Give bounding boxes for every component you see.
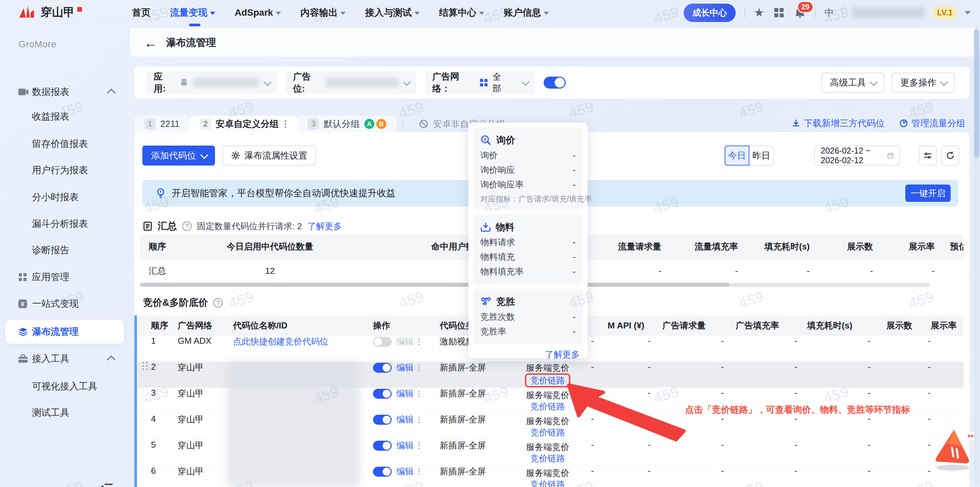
date-range-picker[interactable]: 2026-02-12 ~ 2026-02-12 xyxy=(814,146,900,165)
divider xyxy=(745,7,745,18)
bid-chain-link[interactable]: 竞价链路 xyxy=(530,453,565,464)
back-arrow-icon[interactable]: ← xyxy=(144,36,158,50)
ad-unit-select[interactable]: 广告位: xyxy=(286,71,416,94)
sidebar-item-integration-tools[interactable]: 接入工具 xyxy=(0,349,130,368)
yesterday-button[interactable]: 昨日 xyxy=(749,146,774,165)
row-more-icon[interactable] xyxy=(418,468,420,475)
row-toggle[interactable] xyxy=(373,337,392,347)
sidebar-item-funnel-report[interactable]: 漏斗分析报表 xyxy=(0,214,130,233)
add-code-slot-button[interactable]: 添加代码位 xyxy=(142,146,215,165)
edit-link[interactable]: 编辑 xyxy=(396,440,414,451)
nav-item-monetization[interactable]: 流量变现 xyxy=(170,6,215,19)
sidebar-item-data-reports[interactable]: 数据报表 xyxy=(0,82,130,101)
sidebar-item-diagnosis-report[interactable]: 诊断报告 xyxy=(0,241,130,260)
tab-group-2211[interactable]: 1 2211 xyxy=(134,116,190,132)
advanced-tools-button[interactable]: 高级工具 xyxy=(821,73,885,93)
refresh-button[interactable] xyxy=(941,146,959,165)
bid-chain-link[interactable]: 竞价链路 xyxy=(530,401,565,412)
edit-link[interactable]: 编辑 xyxy=(396,414,414,425)
row-more-icon[interactable] xyxy=(418,365,420,371)
edit-link[interactable]: 编辑 xyxy=(396,388,414,400)
more-actions-button[interactable]: 更多操作 xyxy=(892,73,955,93)
popup-section-win: 竞胜 竞胜次数- 竞胜率- xyxy=(473,289,583,344)
notification-count-badge: 29 xyxy=(797,1,814,13)
waterfall-properties-button[interactable]: 瀑布流属性设置 xyxy=(222,146,316,165)
edit-link[interactable]: 编辑 xyxy=(396,466,414,477)
row-more-icon[interactable] xyxy=(418,443,420,449)
price-inquiry-icon: ¥ xyxy=(480,135,492,146)
manage-traffic-groups-link[interactable]: 管理流量分组 xyxy=(899,117,965,129)
sidebar-item-app-management[interactable]: 应用管理 xyxy=(0,268,130,287)
app-select[interactable]: 应用: xyxy=(146,71,277,94)
row-more-icon[interactable] xyxy=(418,338,420,345)
notifications-bell[interactable]: 29 xyxy=(794,6,807,19)
row-toggle[interactable] xyxy=(373,363,392,373)
edit-link[interactable]: 编辑 xyxy=(396,362,414,373)
chevron-down-icon xyxy=(414,12,420,15)
nav-item-content-output[interactable]: 内容输出 xyxy=(300,6,346,19)
nav-right-cluster: 成长中心 ★ 29 中 LV.1 xyxy=(684,0,970,25)
help-icon[interactable]: ? xyxy=(213,298,223,308)
sidebar-item-retention-value-report[interactable]: 留存价值报表 xyxy=(0,135,130,153)
summary-learn-more-link[interactable]: 了解更多 xyxy=(307,220,342,232)
ad-network-select[interactable]: 广告网络： 全部 xyxy=(425,71,535,94)
row-toggle[interactable] xyxy=(373,441,392,451)
row-more-icon[interactable] xyxy=(418,390,420,397)
apps-grid-icon[interactable] xyxy=(773,7,785,19)
divider xyxy=(402,119,403,130)
column-settings-button[interactable] xyxy=(919,146,937,165)
help-icon[interactable]: ? xyxy=(182,222,192,231)
calendar-icon xyxy=(887,151,893,160)
bid-chain-link[interactable]: 竞价链路 xyxy=(530,479,565,487)
sidebar-item-waterfall-management[interactable]: 瀑布流管理 xyxy=(0,322,130,341)
app-value-redacted xyxy=(193,78,259,87)
tab-default-group[interactable]: 3 默认分组 A B xyxy=(298,116,396,132)
edit-link[interactable]: 编辑 xyxy=(396,336,414,347)
sidebar-item-hourly-report[interactable]: 分小时报表 xyxy=(0,188,130,206)
nav-item-home[interactable]: 首页 xyxy=(132,6,151,19)
bid-chain-link[interactable]: 竞价链路 xyxy=(530,427,565,438)
growth-center-button[interactable]: 成长中心 xyxy=(684,4,736,22)
favorite-star-icon[interactable]: ★ xyxy=(754,6,764,20)
sidebar-item-test-tool[interactable]: 测试工具 xyxy=(0,403,130,422)
today-button[interactable]: 今日 xyxy=(725,146,749,165)
brand-logo[interactable]: 穿山甲 xyxy=(19,5,82,20)
nav-item-integration-test[interactable]: 接入与测试 xyxy=(365,6,420,19)
vertical-scrollbar-thumb[interactable] xyxy=(974,29,979,157)
table-accent-bar xyxy=(134,316,137,487)
sidebar-item-user-behavior-report[interactable]: 用户行为报表 xyxy=(0,161,130,179)
waterfall-management-page: 穿山甲 首页 流量变现 AdSpark 内容输出 接入与测试 结算中心 账户信息… xyxy=(0,0,980,487)
sliders-icon xyxy=(923,151,932,160)
sidebar-item-visual-integration-tool[interactable]: 可视化接入工具 xyxy=(0,377,130,396)
sidebar-item-revenue-report[interactable]: 收益报表 xyxy=(0,107,130,126)
horizontal-scrollbar[interactable] xyxy=(140,283,730,287)
row-toggle[interactable] xyxy=(373,467,392,477)
row-more-icon[interactable] xyxy=(418,416,420,423)
nav-item-adspark[interactable]: AdSpark xyxy=(235,7,281,18)
sidebar-collapse-button[interactable] xyxy=(100,482,113,487)
popup-section-material: 物料 物料请求- 物料填充- 物料填充率- xyxy=(473,214,583,284)
nav-item-account[interactable]: 账户信息 xyxy=(504,6,549,19)
chevron-down-icon xyxy=(264,78,272,86)
drag-handle[interactable] xyxy=(142,362,151,370)
account-chevron-down-icon[interactable] xyxy=(965,11,970,15)
video-report-icon xyxy=(18,87,29,96)
tab-android-custom-group[interactable]: 2 安卓自定义分组 xyxy=(190,116,298,132)
bid-chain-link-highlighted[interactable]: 竞价链路 xyxy=(525,373,570,387)
popup-learn-more-link[interactable]: 了解更多 xyxy=(473,349,583,360)
chevron-down-icon xyxy=(522,78,530,86)
sidebar-item-one-stop-monetization[interactable]: ¥ 一站式变现 xyxy=(0,295,130,313)
row-toggle[interactable] xyxy=(373,389,392,399)
helper-mascot[interactable] xyxy=(930,427,980,472)
row-toggle[interactable] xyxy=(373,415,392,425)
one-key-enable-button[interactable]: 一键开启 xyxy=(905,184,951,202)
tab-more-icon[interactable] xyxy=(283,119,288,129)
create-bid-code-link[interactable]: 点此快捷创建竞价代码位 xyxy=(233,336,328,346)
language-switch[interactable]: 中 xyxy=(824,6,834,19)
network-value: 全部 xyxy=(492,71,509,94)
banner-text: 开启智能管家，平台模型帮你全自动调优快速提升收益 xyxy=(172,187,396,200)
download-new-codes-link[interactable]: 下载新增三方代码位 xyxy=(792,117,885,129)
filter-toggle[interactable] xyxy=(544,77,566,89)
nav-item-settlement[interactable]: 结算中心 xyxy=(439,6,484,19)
sidebar-group-label: GroMore xyxy=(19,39,57,50)
